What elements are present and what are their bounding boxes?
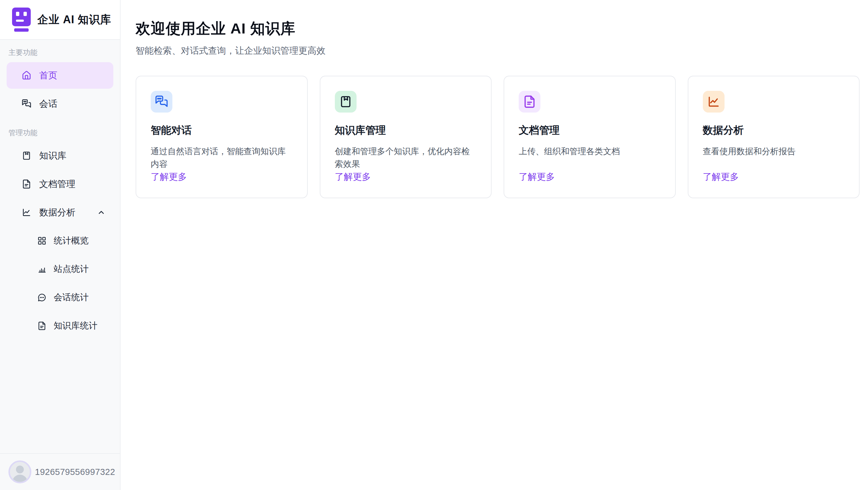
chat-bubbles-icon bbox=[22, 99, 31, 109]
sidebar-item-knowledge-base[interactable]: 知识库 bbox=[7, 142, 113, 169]
sidebar-item-label: 知识库 bbox=[39, 150, 66, 162]
section-label-admin: 管理功能 bbox=[8, 128, 112, 138]
sidebar-item-label: 首页 bbox=[39, 69, 57, 82]
app-logo-row: 企业 AI 知识库 bbox=[0, 0, 120, 40]
book-icon bbox=[22, 151, 31, 161]
message-dots-icon bbox=[37, 293, 46, 302]
sidebar-subitem-session-stats[interactable]: 会话统计 bbox=[7, 284, 113, 311]
sidebar-subitem-kb-stats[interactable]: 知识库统计 bbox=[7, 313, 113, 339]
sidebar-item-document-management[interactable]: 文档管理 bbox=[7, 171, 113, 197]
sidebar-item-label: 数据分析 bbox=[39, 206, 75, 219]
home-icon bbox=[22, 70, 31, 80]
sidebar-item-data-analysis[interactable]: 数据分析 bbox=[7, 199, 113, 226]
robot-logo-icon bbox=[12, 7, 31, 32]
user-row: 1926579556997322 bbox=[0, 453, 120, 490]
file-text-icon bbox=[22, 179, 31, 189]
avatar bbox=[8, 460, 31, 483]
sidebar-item-label: 会话 bbox=[39, 98, 57, 110]
sidebar-item-home[interactable]: 首页 bbox=[7, 62, 113, 89]
bar-chart-icon bbox=[37, 265, 46, 273]
chevron-up-icon[interactable] bbox=[97, 208, 105, 217]
file-icon bbox=[37, 321, 46, 330]
chart-line-icon bbox=[22, 208, 31, 217]
sidebar-subitem-label: 会话统计 bbox=[54, 291, 89, 304]
sidebar-subitem-label: 知识库统计 bbox=[54, 320, 97, 332]
sidebar-item-sessions[interactable]: 会话 bbox=[7, 90, 113, 117]
section-label-main: 主要功能 bbox=[8, 48, 112, 57]
sidebar-subitem-label: 统计概览 bbox=[54, 235, 89, 247]
sidebar-subitem-site-stats[interactable]: 站点统计 bbox=[7, 256, 113, 282]
sidebar-subitem-label: 站点统计 bbox=[54, 263, 89, 275]
sidebar-subitem-stats-overview[interactable]: 统计概览 bbox=[7, 228, 113, 254]
sidebar: 企业 AI 知识库 主要功能 首页 会话 管理功能 知识库 文档管理 数据分析 bbox=[0, 0, 121, 490]
sidebar-item-label: 文档管理 bbox=[39, 178, 75, 191]
sidebar-nav: 主要功能 首页 会话 管理功能 知识库 文档管理 数据分析 统计概览 bbox=[0, 40, 120, 453]
grid-icon bbox=[37, 236, 46, 245]
user-id: 1926579556997322 bbox=[35, 467, 115, 477]
app-title: 企业 AI 知识库 bbox=[37, 12, 111, 27]
